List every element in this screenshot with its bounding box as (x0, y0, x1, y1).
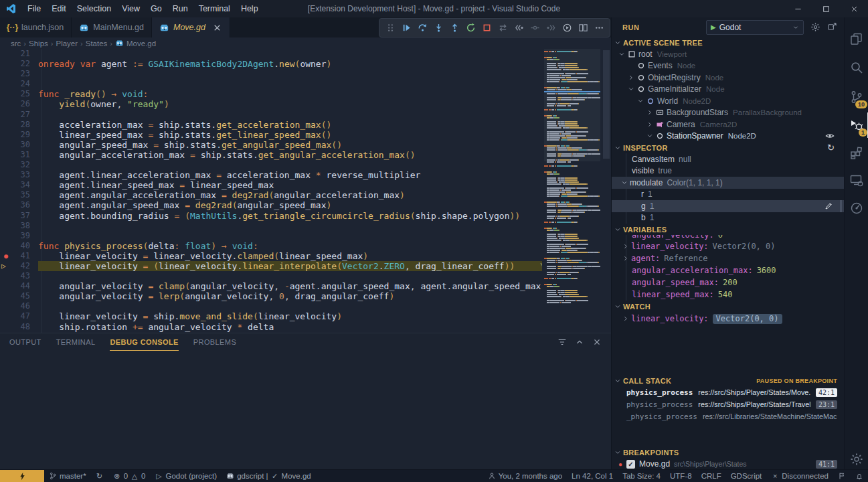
minimap-slider[interactable] (544, 49, 600, 161)
scene-node-backgroundstars[interactable]: BackgroundStarsParallaxBackground (612, 107, 844, 119)
scene-node-root[interactable]: rootViewport (612, 48, 844, 60)
gutter[interactable]: 24 (0, 79, 38, 89)
gutter[interactable]: 44 (0, 281, 38, 291)
gutter[interactable]: 26 (0, 99, 38, 109)
code-line[interactable]: 30 angular_speed_max = ship.stats.get_an… (0, 140, 542, 150)
status-git-branch[interactable]: master* (44, 470, 91, 482)
chevron-right-icon[interactable] (628, 74, 634, 81)
reverse-toggle-button[interactable] (495, 20, 511, 36)
drag-handle-button[interactable] (382, 20, 398, 36)
line-number[interactable]: 38 (21, 221, 30, 231)
gutter[interactable]: ●41 (0, 251, 38, 261)
stack-frame[interactable]: physics_processres://src/Ships/Player/St… (612, 398, 844, 410)
panel-tab-terminal[interactable]: TERMINAL (56, 334, 96, 351)
inspector-row-b[interactable]: b1 (612, 212, 844, 224)
status-connection[interactable]: ×Disconnected (766, 470, 833, 482)
gutter[interactable]: 46 (0, 301, 38, 311)
code-line[interactable]: 34 agent.linear_speed_max = linear_speed… (0, 180, 542, 190)
continue-button[interactable] (398, 20, 414, 36)
code-line[interactable]: 29 linear_speed_max = ship.stats.get_lin… (0, 130, 542, 140)
line-number[interactable]: 39 (21, 231, 30, 241)
chevron-right-icon[interactable] (622, 243, 629, 250)
line-number[interactable]: 41 (21, 251, 30, 261)
line-number[interactable]: 24 (21, 79, 30, 89)
status-problems[interactable]: ⊗0△0 (108, 470, 151, 482)
chevron-right-icon[interactable] (622, 255, 629, 262)
code-line[interactable]: 22onready var agent := GSAIKinematicBody… (0, 59, 542, 69)
variable-row-clipped[interactable]: angular_velocity:0 (612, 235, 844, 240)
code-line[interactable]: 46 (0, 301, 542, 311)
scene-node-camera[interactable]: CameraCamera2D (612, 118, 844, 131)
code-line[interactable]: ●41 linear_velocity = linear_velocity.cl… (0, 251, 542, 261)
status-eol[interactable]: CRLF (697, 470, 726, 482)
line-number[interactable]: 48 (21, 322, 30, 332)
stack-frame[interactable]: physics_processres://src/Ships/Player/St… (612, 386, 844, 398)
tab-move.gd[interactable]: Move.gd (152, 17, 230, 37)
gutter[interactable]: 45 (0, 291, 38, 301)
gutter[interactable]: 40 (0, 241, 38, 251)
status-notifications[interactable] (851, 470, 868, 482)
gutter[interactable]: 29 (0, 130, 38, 140)
code-line[interactable]: ▷42 linear_velocity = (linear_velocity.l… (0, 261, 542, 271)
code-line[interactable]: 25func _ready() → void: (0, 89, 542, 99)
chevron-up-icon[interactable] (575, 337, 584, 347)
activity-extensions[interactable] (845, 141, 868, 166)
menu-help[interactable]: Help (236, 0, 264, 17)
code-line[interactable]: 38 (0, 221, 542, 231)
gutter[interactable]: 27 (0, 110, 38, 120)
line-number[interactable]: 47 (21, 311, 30, 321)
line-number[interactable]: 21 (21, 49, 30, 59)
gutter[interactable]: 28 (0, 120, 38, 130)
variable-row[interactable]: linear_velocity:Vector2(0, 0) (612, 240, 844, 252)
inspector-row-visible[interactable]: visibletrue (612, 165, 844, 177)
refresh-inspector-icon[interactable]: ↻ (827, 143, 835, 152)
panel-tab-debug-console[interactable]: DEBUG CONSOLE (110, 334, 178, 351)
status-blame[interactable]: You, 2 months ago (483, 470, 567, 482)
chevron-right-icon[interactable] (622, 315, 629, 322)
code-line[interactable]: 48 ship.rotation += angular_velocity * d… (0, 322, 542, 332)
gutter[interactable]: 43 (0, 271, 38, 281)
status-language-mode[interactable]: GDScript (726, 470, 767, 482)
code-line[interactable]: 45 angular_velocity = lerp(angular_veloc… (0, 291, 542, 301)
record-button[interactable] (559, 20, 575, 36)
gutter[interactable]: 47 (0, 311, 38, 321)
step-forward-button[interactable] (543, 20, 559, 36)
menu-view[interactable]: View (116, 0, 145, 17)
code-line[interactable]: 24 (0, 79, 542, 89)
gutter[interactable]: 32 (0, 160, 38, 170)
line-number[interactable]: 26 (21, 99, 30, 109)
line-number[interactable]: 30 (21, 140, 30, 150)
gutter[interactable]: 25 (0, 89, 38, 99)
chevron-right-icon[interactable] (646, 109, 653, 116)
start-debug-icon[interactable]: ▶ (711, 23, 716, 31)
chevron-down-icon[interactable] (628, 86, 634, 92)
code-line[interactable]: 32 (0, 160, 542, 170)
line-number[interactable]: 43 (21, 271, 30, 281)
scene-node-objectregistry[interactable]: ObjectRegistryNode (612, 72, 844, 84)
panel-tab-problems[interactable]: PROBLEMS (193, 334, 236, 351)
inspector-scrollbar[interactable] (840, 200, 842, 212)
line-number[interactable]: 28 (21, 120, 30, 130)
editor-scrollbar[interactable] (603, 50, 610, 159)
code-line[interactable]: 26 yield(owner, "ready") (0, 99, 542, 109)
menu-edit[interactable]: Edit (46, 0, 72, 17)
activity-remote-explorer[interactable] (845, 167, 868, 193)
status-launch-godot-project[interactable]: ▷Godot (project) (150, 470, 222, 482)
inspect-node-icon[interactable] (825, 131, 835, 141)
scene-tree-header[interactable]: ACTIVE SCENE TREE (612, 37, 844, 48)
tab-launch.json[interactable]: {··}launch.json (0, 17, 72, 37)
variable-row[interactable]: linear_speed_max:540 (612, 289, 844, 301)
code-line[interactable]: 37 agent.bounding_radius = (MathUtils.ge… (0, 211, 542, 221)
code-line[interactable]: 35 agent.angular_acceleration_max = deg2… (0, 190, 542, 200)
gutter[interactable]: 31 (0, 150, 38, 160)
breadcrumb-item[interactable]: Ships (29, 39, 48, 48)
status-indentation[interactable]: Tab Size: 4 (618, 470, 665, 482)
scene-node-stationspawner[interactable]: StationSpawnerNode2D (612, 131, 844, 143)
step-back-button[interactable] (511, 20, 527, 36)
gutter[interactable]: 34 (0, 180, 38, 190)
breakpoint-item[interactable]: ●✓Move.gdsrc\Ships\Player\States41:1 (612, 458, 844, 469)
breadcrumb-item[interactable]: src (11, 39, 21, 48)
line-number[interactable]: 23 (21, 69, 30, 79)
step-over-button[interactable] (414, 20, 430, 36)
activity-search[interactable] (845, 55, 868, 80)
